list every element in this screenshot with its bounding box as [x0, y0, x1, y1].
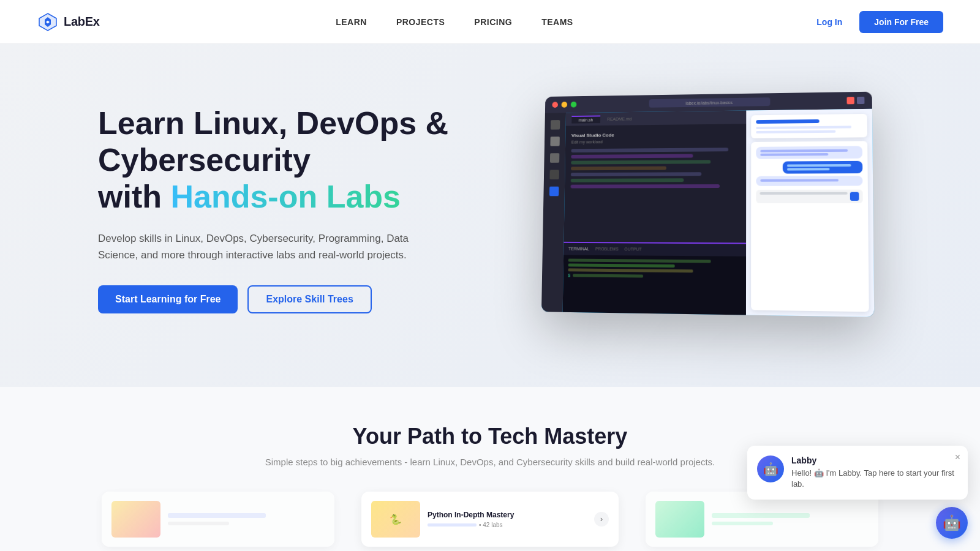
logo-icon — [37, 11, 59, 33]
chat-fab-icon: 🤖 — [943, 514, 961, 531]
code-line-5 — [571, 172, 702, 176]
hero-subtitle: Develop skills in Linux, DevOps, Cyberse… — [98, 230, 441, 263]
terminal-panel: TERMINALPROBLEMSOUTPUT $ — [563, 242, 753, 315]
sidebar-icon-3 — [550, 153, 559, 163]
card-python-progress — [428, 523, 477, 527]
nav-link-projects[interactable]: PROJECTS — [396, 17, 445, 27]
chat-msg-1 — [756, 146, 862, 159]
code-line-4 — [571, 167, 666, 171]
sidebar-icon-active — [549, 187, 559, 197]
chat-close-button[interactable]: × — [955, 452, 960, 463]
explore-skill-trees-button[interactable]: Explore Skill Trees — [247, 285, 371, 313]
nav-center: LEARN PROJECTS PRICING TEAMS — [336, 17, 573, 27]
code-line-3 — [571, 160, 710, 164]
navbar: LabEx LEARN PROJECTS PRICING TEAMS Log I… — [0, 0, 980, 44]
card-1[interactable] — [102, 492, 334, 547]
chat-message: Hello! 🤖 I'm Labby. Tap here to start yo… — [791, 468, 958, 490]
nav-link-learn[interactable]: LEARN — [336, 17, 367, 27]
nav-right: Log In Join For Free — [809, 11, 943, 33]
join-button[interactable]: Join For Free — [859, 11, 943, 33]
card-1-thumbnail — [111, 501, 160, 538]
code-line-6 — [571, 178, 684, 182]
terminal-line-3 — [568, 268, 693, 272]
vscode-sublabel: Edit my workload — [571, 138, 747, 144]
chat-content: Labby Hello! 🤖 I'm Labby. Tap here to st… — [791, 455, 958, 490]
chat-agent-name: Labby — [791, 455, 958, 465]
vscode-label: Visual Studio Code — [571, 131, 747, 138]
nav-link-pricing[interactable]: PRICING — [474, 17, 512, 27]
chat-avatar-icon: 🤖 — [763, 462, 778, 476]
sidebar-icon-2 — [550, 137, 559, 146]
panel-card-line-1 — [756, 126, 851, 129]
code-line-1 — [571, 148, 728, 152]
hero-title-highlight: Hands-on Labs — [170, 179, 401, 214]
hero-content: Learn Linux, DevOps & Cybersecurity with… — [98, 105, 490, 313]
chat-suggestion — [756, 190, 863, 203]
hero-buttons: Start Learning for Free Explore Skill Tr… — [98, 285, 490, 313]
chat-widget: × 🤖 Labby Hello! 🤖 I'm Labby. Tap here t… — [747, 446, 968, 539]
card-1-title — [168, 513, 266, 518]
panel-card-header — [756, 119, 820, 124]
hero-image-container: labex.io/labs/linux-basics — [539, 93, 882, 326]
logo-container[interactable]: LabEx — [37, 11, 100, 33]
card-python-label: Python In-Depth Mastery — [428, 511, 514, 519]
mock-screen: labex.io/labs/linux-basics — [541, 92, 874, 317]
chat-avatar: 🤖 — [757, 455, 784, 482]
dot-green — [571, 102, 577, 108]
nav-link-teams[interactable]: TEAMS — [541, 17, 573, 27]
card-python-thumbnail: 🐍 — [371, 501, 420, 538]
card-1-content — [168, 513, 266, 525]
panel-card-top — [752, 114, 867, 138]
terminal-line-1 — [568, 258, 711, 263]
card-3-thumbnail — [655, 501, 704, 538]
chat-fab-button[interactable]: 🤖 — [936, 507, 968, 539]
logo-text: LabEx — [64, 15, 100, 29]
dot-red — [552, 102, 558, 108]
terminal-cursor — [573, 274, 644, 277]
card-python-content: Python In-Depth Mastery • 42 labs — [428, 511, 514, 528]
terminal-line-2 — [568, 263, 675, 268]
hero-section: Learn Linux, DevOps & Cybersecurity with… — [0, 44, 980, 387]
sidebar-icon-1 — [551, 120, 560, 130]
mock-sidebar — [541, 113, 566, 312]
editor-panel: main.sh README.md Visual Studio Code Edi… — [563, 110, 753, 315]
card-1-inner — [102, 492, 334, 547]
right-panel — [746, 109, 874, 317]
login-button[interactable]: Log In — [809, 12, 850, 32]
code-line-7 — [571, 184, 720, 189]
sidebar-icon-4 — [549, 170, 559, 179]
dot-yellow — [562, 102, 568, 108]
card-1-sub — [168, 522, 229, 525]
panel-card-line-2 — [756, 130, 835, 133]
panel-chat — [752, 141, 869, 312]
code-line-2 — [571, 154, 693, 159]
card-python-arrow: › — [594, 512, 609, 527]
card-python-inner: 🐍 Python In-Depth Mastery • 42 labs › — [361, 492, 619, 547]
mock-screen-body: main.sh README.md Visual Studio Code Edi… — [541, 109, 874, 317]
hero-title-line1: Learn Linux, DevOps & Cybersecurity — [98, 105, 448, 178]
card-python-stats: • 42 labs — [479, 522, 503, 528]
hero-title: Learn Linux, DevOps & Cybersecurity with… — [98, 105, 490, 215]
card-python[interactable]: 🐍 Python In-Depth Mastery • 42 labs › — [361, 492, 619, 547]
chat-msg-3 — [756, 176, 863, 186]
hero-title-line2: with — [98, 179, 170, 214]
start-learning-button[interactable]: Start Learning for Free — [98, 285, 238, 313]
chat-msg-2 — [783, 161, 863, 174]
chat-popup[interactable]: × 🤖 Labby Hello! 🤖 I'm Labby. Tap here t… — [747, 446, 968, 500]
